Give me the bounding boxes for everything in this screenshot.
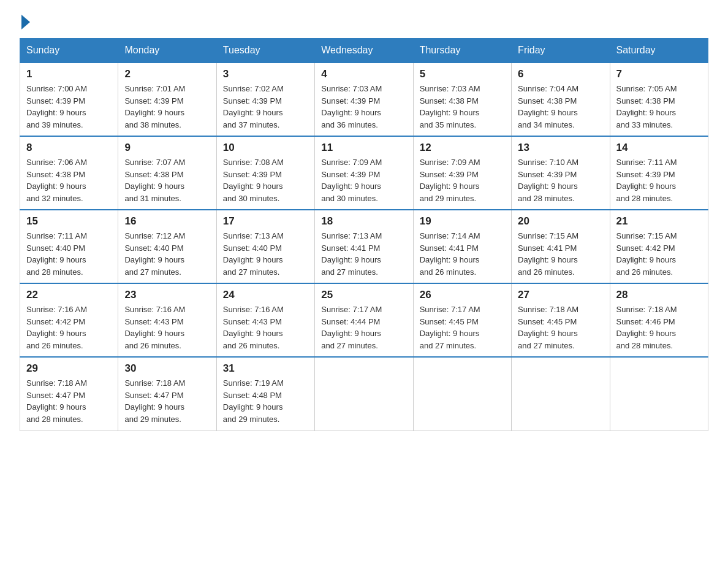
calendar-cell: 9 Sunrise: 7:07 AM Sunset: 4:38 PM Dayli… (118, 136, 216, 210)
day-number: 30 (124, 362, 210, 375)
day-info: Sunrise: 7:18 AM Sunset: 4:45 PM Dayligh… (518, 304, 603, 351)
day-number: 22 (26, 289, 112, 301)
day-info: Sunrise: 7:16 AM Sunset: 4:43 PM Dayligh… (223, 304, 308, 351)
day-info: Sunrise: 7:05 AM Sunset: 4:38 PM Dayligh… (616, 83, 702, 131)
calendar-cell: 23 Sunrise: 7:16 AM Sunset: 4:43 PM Dayl… (118, 283, 216, 357)
day-number: 12 (420, 142, 505, 154)
day-number: 8 (26, 142, 112, 154)
calendar-cell: 7 Sunrise: 7:05 AM Sunset: 4:38 PM Dayli… (610, 63, 708, 136)
calendar-cell: 27 Sunrise: 7:18 AM Sunset: 4:45 PM Dayl… (512, 283, 610, 357)
day-info: Sunrise: 7:19 AM Sunset: 4:48 PM Dayligh… (223, 377, 308, 425)
calendar-week-row: 15 Sunrise: 7:11 AM Sunset: 4:40 PM Dayl… (20, 210, 708, 283)
calendar-cell (610, 357, 708, 431)
weekday-header-tuesday: Tuesday (216, 39, 314, 63)
day-number: 23 (124, 289, 210, 301)
weekday-header-row: SundayMondayTuesdayWednesdayThursdayFrid… (20, 39, 708, 63)
day-number: 7 (616, 68, 702, 80)
day-info: Sunrise: 7:18 AM Sunset: 4:46 PM Dayligh… (616, 304, 702, 351)
calendar-cell: 22 Sunrise: 7:16 AM Sunset: 4:42 PM Dayl… (20, 283, 118, 357)
calendar-cell: 14 Sunrise: 7:11 AM Sunset: 4:39 PM Dayl… (610, 136, 708, 210)
day-number: 3 (223, 68, 308, 80)
weekday-header-thursday: Thursday (413, 39, 511, 63)
day-number: 5 (420, 68, 505, 80)
day-info: Sunrise: 7:02 AM Sunset: 4:39 PM Dayligh… (223, 83, 308, 131)
day-number: 11 (321, 142, 406, 154)
day-info: Sunrise: 7:16 AM Sunset: 4:42 PM Dayligh… (26, 304, 112, 351)
day-number: 19 (420, 215, 505, 228)
calendar-cell: 10 Sunrise: 7:08 AM Sunset: 4:39 PM Dayl… (216, 136, 314, 210)
calendar-cell: 3 Sunrise: 7:02 AM Sunset: 4:39 PM Dayli… (216, 63, 314, 136)
day-number: 20 (518, 215, 603, 228)
logo (20, 15, 32, 28)
day-number: 14 (616, 142, 702, 154)
calendar-cell: 4 Sunrise: 7:03 AM Sunset: 4:39 PM Dayli… (315, 63, 413, 136)
weekday-header-wednesday: Wednesday (315, 39, 413, 63)
calendar-cell: 25 Sunrise: 7:17 AM Sunset: 4:44 PM Dayl… (315, 283, 413, 357)
day-number: 15 (26, 215, 112, 228)
day-info: Sunrise: 7:15 AM Sunset: 4:42 PM Dayligh… (616, 230, 702, 278)
day-number: 6 (518, 68, 603, 80)
day-number: 29 (26, 362, 112, 375)
calendar-cell: 18 Sunrise: 7:13 AM Sunset: 4:41 PM Dayl… (315, 210, 413, 283)
day-number: 9 (124, 142, 210, 154)
day-info: Sunrise: 7:09 AM Sunset: 4:39 PM Dayligh… (420, 156, 505, 204)
day-number: 10 (223, 142, 308, 154)
calendar-table: SundayMondayTuesdayWednesdayThursdayFrid… (20, 38, 708, 431)
day-number: 18 (321, 215, 406, 228)
day-info: Sunrise: 7:11 AM Sunset: 4:39 PM Dayligh… (616, 156, 702, 204)
day-info: Sunrise: 7:00 AM Sunset: 4:39 PM Dayligh… (26, 83, 112, 131)
calendar-cell (315, 357, 413, 431)
day-number: 28 (616, 289, 702, 301)
calendar-cell: 31 Sunrise: 7:19 AM Sunset: 4:48 PM Dayl… (216, 357, 314, 431)
day-info: Sunrise: 7:09 AM Sunset: 4:39 PM Dayligh… (321, 156, 406, 204)
day-info: Sunrise: 7:12 AM Sunset: 4:40 PM Dayligh… (124, 230, 210, 278)
page-header (20, 15, 708, 28)
day-number: 26 (420, 289, 505, 301)
day-info: Sunrise: 7:04 AM Sunset: 4:38 PM Dayligh… (518, 83, 603, 131)
calendar-cell: 19 Sunrise: 7:14 AM Sunset: 4:41 PM Dayl… (413, 210, 511, 283)
weekday-header-sunday: Sunday (20, 39, 118, 63)
calendar-cell: 11 Sunrise: 7:09 AM Sunset: 4:39 PM Dayl… (315, 136, 413, 210)
calendar-cell (512, 357, 610, 431)
logo-arrow-icon (21, 15, 30, 29)
day-info: Sunrise: 7:03 AM Sunset: 4:39 PM Dayligh… (321, 83, 406, 131)
day-number: 13 (518, 142, 603, 154)
calendar-cell: 21 Sunrise: 7:15 AM Sunset: 4:42 PM Dayl… (610, 210, 708, 283)
day-number: 2 (124, 68, 210, 80)
day-info: Sunrise: 7:18 AM Sunset: 4:47 PM Dayligh… (124, 377, 210, 425)
day-info: Sunrise: 7:13 AM Sunset: 4:40 PM Dayligh… (223, 230, 308, 278)
day-info: Sunrise: 7:10 AM Sunset: 4:39 PM Dayligh… (518, 156, 603, 204)
day-number: 17 (223, 215, 308, 228)
day-info: Sunrise: 7:14 AM Sunset: 4:41 PM Dayligh… (420, 230, 505, 278)
day-info: Sunrise: 7:07 AM Sunset: 4:38 PM Dayligh… (124, 156, 210, 204)
calendar-cell: 8 Sunrise: 7:06 AM Sunset: 4:38 PM Dayli… (20, 136, 118, 210)
calendar-week-row: 29 Sunrise: 7:18 AM Sunset: 4:47 PM Dayl… (20, 357, 708, 431)
calendar-cell: 16 Sunrise: 7:12 AM Sunset: 4:40 PM Dayl… (118, 210, 216, 283)
day-number: 24 (223, 289, 308, 301)
calendar-cell: 12 Sunrise: 7:09 AM Sunset: 4:39 PM Dayl… (413, 136, 511, 210)
day-number: 16 (124, 215, 210, 228)
day-info: Sunrise: 7:17 AM Sunset: 4:44 PM Dayligh… (321, 304, 406, 351)
calendar-cell: 24 Sunrise: 7:16 AM Sunset: 4:43 PM Dayl… (216, 283, 314, 357)
day-info: Sunrise: 7:17 AM Sunset: 4:45 PM Dayligh… (420, 304, 505, 351)
calendar-cell: 2 Sunrise: 7:01 AM Sunset: 4:39 PM Dayli… (118, 63, 216, 136)
calendar-week-row: 8 Sunrise: 7:06 AM Sunset: 4:38 PM Dayli… (20, 136, 708, 210)
calendar-cell (413, 357, 511, 431)
calendar-cell: 30 Sunrise: 7:18 AM Sunset: 4:47 PM Dayl… (118, 357, 216, 431)
day-info: Sunrise: 7:15 AM Sunset: 4:41 PM Dayligh… (518, 230, 603, 278)
calendar-week-row: 1 Sunrise: 7:00 AM Sunset: 4:39 PM Dayli… (20, 63, 708, 136)
day-info: Sunrise: 7:03 AM Sunset: 4:38 PM Dayligh… (420, 83, 505, 131)
day-info: Sunrise: 7:01 AM Sunset: 4:39 PM Dayligh… (124, 83, 210, 131)
day-number: 25 (321, 289, 406, 301)
weekday-header-monday: Monday (118, 39, 216, 63)
calendar-cell: 15 Sunrise: 7:11 AM Sunset: 4:40 PM Dayl… (20, 210, 118, 283)
calendar-cell: 6 Sunrise: 7:04 AM Sunset: 4:38 PM Dayli… (512, 63, 610, 136)
day-info: Sunrise: 7:11 AM Sunset: 4:40 PM Dayligh… (26, 230, 112, 278)
calendar-cell: 17 Sunrise: 7:13 AM Sunset: 4:40 PM Dayl… (216, 210, 314, 283)
day-info: Sunrise: 7:18 AM Sunset: 4:47 PM Dayligh… (26, 377, 112, 425)
calendar-cell: 1 Sunrise: 7:00 AM Sunset: 4:39 PM Dayli… (20, 63, 118, 136)
calendar-cell: 20 Sunrise: 7:15 AM Sunset: 4:41 PM Dayl… (512, 210, 610, 283)
calendar-cell: 5 Sunrise: 7:03 AM Sunset: 4:38 PM Dayli… (413, 63, 511, 136)
calendar-cell: 28 Sunrise: 7:18 AM Sunset: 4:46 PM Dayl… (610, 283, 708, 357)
calendar-week-row: 22 Sunrise: 7:16 AM Sunset: 4:42 PM Dayl… (20, 283, 708, 357)
